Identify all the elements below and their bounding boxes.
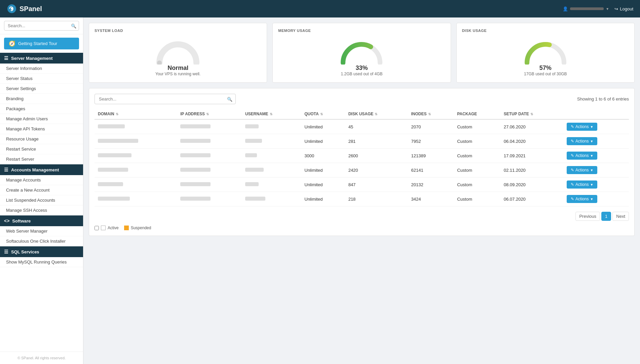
cell-username-2 bbox=[242, 149, 301, 163]
system-load-gauge: Normal Your VPS is running well. bbox=[95, 37, 261, 77]
sidebar-item-list-suspended-accounts[interactable]: List Suspended Accounts bbox=[0, 195, 83, 205]
header-right: 👤 ▼ ↪ Logout bbox=[563, 6, 633, 11]
user-icon: 👤 bbox=[563, 6, 568, 11]
sidebar-search-input[interactable] bbox=[4, 21, 79, 31]
actions-button-4[interactable]: ✎ Actions ▼ bbox=[567, 180, 597, 189]
col-disk-usage[interactable]: DISK USAGE⇅ bbox=[345, 109, 408, 119]
col-inodes[interactable]: INODES⇅ bbox=[408, 109, 454, 119]
sidebar-item-softaculous[interactable]: Softaculous One Click Installer bbox=[0, 236, 83, 246]
sidebar-item-manage-ssh-access[interactable]: Manage SSH Access bbox=[0, 205, 83, 215]
caret-icon-5: ▼ bbox=[590, 197, 593, 201]
sort-icon-username: ⇅ bbox=[270, 112, 272, 116]
actions-button-2[interactable]: ✎ Actions ▼ bbox=[567, 152, 597, 160]
col-domain[interactable]: DOMAIN⇅ bbox=[95, 109, 177, 119]
suspended-label: Suspended bbox=[131, 226, 151, 230]
sidebar-item-manage-admin-users[interactable]: Manage Admin Users bbox=[0, 114, 83, 124]
sidebar-item-web-server-manager[interactable]: Web Server Manager bbox=[0, 226, 83, 236]
sort-icon-date: ⇅ bbox=[530, 112, 533, 116]
logo-icon bbox=[7, 4, 17, 14]
table-search-wrap: 🔍 bbox=[95, 94, 236, 104]
cell-username-3 bbox=[242, 163, 301, 177]
actions-button-3[interactable]: ✎ Actions ▼ bbox=[567, 166, 597, 174]
sidebar-item-packages[interactable]: Packages bbox=[0, 104, 83, 114]
cell-ip-4 bbox=[177, 177, 242, 192]
accounts-table: DOMAIN⇅ IP ADDRESS⇅ USERNAME⇅ QUOTA⇅ DIS… bbox=[95, 109, 629, 206]
table-row: Unlimited 45 2070 Custom 27.06.2020 ✎ Ac… bbox=[95, 119, 629, 134]
system-load-svg bbox=[154, 38, 201, 65]
cell-domain-5 bbox=[95, 192, 177, 206]
sidebar-item-branding[interactable]: Branding bbox=[0, 94, 83, 104]
cell-actions-5: ✎ Actions ▼ bbox=[563, 192, 629, 206]
cell-ip-2 bbox=[177, 149, 242, 163]
edit-icon-2: ✎ bbox=[571, 153, 574, 158]
edit-icon-4: ✎ bbox=[571, 182, 574, 187]
sidebar-item-show-mysql[interactable]: Show MySQL Running Queries bbox=[0, 257, 83, 267]
sidebar-item-server-information[interactable]: Server Information bbox=[0, 64, 83, 74]
memory-gauge-svg bbox=[338, 38, 385, 65]
disk-usage-gauge: 57% 17GB used out of 30GB bbox=[462, 37, 629, 77]
caret-icon-0: ▼ bbox=[590, 125, 593, 129]
table-header: DOMAIN⇅ IP ADDRESS⇅ USERNAME⇅ QUOTA⇅ DIS… bbox=[95, 109, 629, 119]
col-quota[interactable]: QUOTA⇅ bbox=[301, 109, 345, 119]
cell-package-2: Custom bbox=[454, 149, 500, 163]
header: SPanel 👤 ▼ ↪ Logout bbox=[0, 0, 640, 17]
sidebar-item-server-settings[interactable]: Server Settings bbox=[0, 84, 83, 94]
cell-actions-0: ✎ Actions ▼ bbox=[563, 119, 629, 134]
code-icon: <> bbox=[4, 218, 9, 224]
edit-icon-0: ✎ bbox=[571, 124, 574, 129]
sidebar-footer: © SPanel. All rights reserved. bbox=[0, 352, 83, 364]
actions-button-1[interactable]: ✎ Actions ▼ bbox=[567, 137, 597, 145]
col-package[interactable]: PACKAGE bbox=[454, 109, 500, 119]
sidebar-item-manage-api-tokens[interactable]: Manage API Tokens bbox=[0, 124, 83, 134]
table-search-input[interactable] bbox=[95, 94, 236, 104]
legend-suspended: Suspended bbox=[124, 226, 151, 230]
logout-button[interactable]: ↪ Logout bbox=[614, 6, 633, 11]
svg-point-1 bbox=[11, 8, 13, 10]
cell-username-1 bbox=[242, 134, 301, 149]
cell-ip-3 bbox=[177, 163, 242, 177]
sidebar-search-wrap: 🔍 bbox=[4, 21, 79, 31]
actions-button-0[interactable]: ✎ Actions ▼ bbox=[567, 123, 597, 131]
layout: 🔍 🧭 Getting Started Tour ☰ Server Manage… bbox=[0, 17, 640, 364]
sidebar-item-server-status[interactable]: Server Status bbox=[0, 74, 83, 84]
col-username[interactable]: USERNAME⇅ bbox=[242, 109, 301, 119]
disk-usage-card: DISK USAGE 57% 17GB used out of 3 bbox=[456, 23, 635, 83]
actions-button-5[interactable]: ✎ Actions ▼ bbox=[567, 195, 597, 203]
sidebar-item-create-new-account[interactable]: Create a New Account bbox=[0, 185, 83, 195]
sidebar-item-resource-usage[interactable]: Resource Usage bbox=[0, 134, 83, 144]
cell-package-5: Custom bbox=[454, 192, 500, 206]
page-1-button[interactable]: 1 bbox=[601, 212, 611, 221]
cell-quota-4: Unlimited bbox=[301, 177, 345, 192]
edit-icon-1: ✎ bbox=[571, 139, 574, 144]
prev-page-button[interactable]: Previous bbox=[575, 212, 600, 221]
cell-quota-1: Unlimited bbox=[301, 134, 345, 149]
col-ip[interactable]: IP ADDRESS⇅ bbox=[177, 109, 242, 119]
sidebar-item-restart-server[interactable]: Restart Server bbox=[0, 154, 83, 164]
chevron-down-icon: ▼ bbox=[606, 7, 609, 11]
col-setup-date[interactable]: SETUP DATE⇅ bbox=[500, 109, 563, 119]
cell-inodes-4: 20132 bbox=[408, 177, 454, 192]
caret-icon-1: ▼ bbox=[590, 139, 593, 143]
sidebar-item-manage-accounts[interactable]: Manage Accounts bbox=[0, 175, 83, 185]
cell-domain-3 bbox=[95, 163, 177, 177]
getting-started-button[interactable]: 🧭 Getting Started Tour bbox=[4, 38, 79, 49]
next-page-button[interactable]: Next bbox=[612, 212, 629, 221]
memory-usage-title: MEMORY USAGE bbox=[278, 29, 445, 33]
cell-disk-2: 2600 bbox=[345, 149, 408, 163]
active-checkbox[interactable] bbox=[95, 226, 99, 230]
cell-quota-5: Unlimited bbox=[301, 192, 345, 206]
caret-icon-2: ▼ bbox=[590, 154, 593, 158]
sidebar-search-area: 🔍 bbox=[0, 17, 83, 34]
edit-icon-5: ✎ bbox=[571, 197, 574, 201]
legend-active: Active bbox=[95, 226, 119, 230]
edit-icon-3: ✎ bbox=[571, 168, 574, 172]
table-body: Unlimited 45 2070 Custom 27.06.2020 ✎ Ac… bbox=[95, 119, 629, 206]
cell-disk-5: 218 bbox=[345, 192, 408, 206]
sidebar-item-restart-service[interactable]: Restart Service bbox=[0, 144, 83, 154]
cell-date-5: 06.07.2020 bbox=[500, 192, 563, 206]
cell-date-1: 06.04.2020 bbox=[500, 134, 563, 149]
table-row: Unlimited 2420 62141 Custom 02.11.2020 ✎… bbox=[95, 163, 629, 177]
system-load-status: Normal bbox=[167, 65, 188, 72]
cell-date-0: 27.06.2020 bbox=[500, 119, 563, 134]
stats-row: SYSTEM LOAD Normal Your VPS is running w… bbox=[89, 23, 635, 83]
